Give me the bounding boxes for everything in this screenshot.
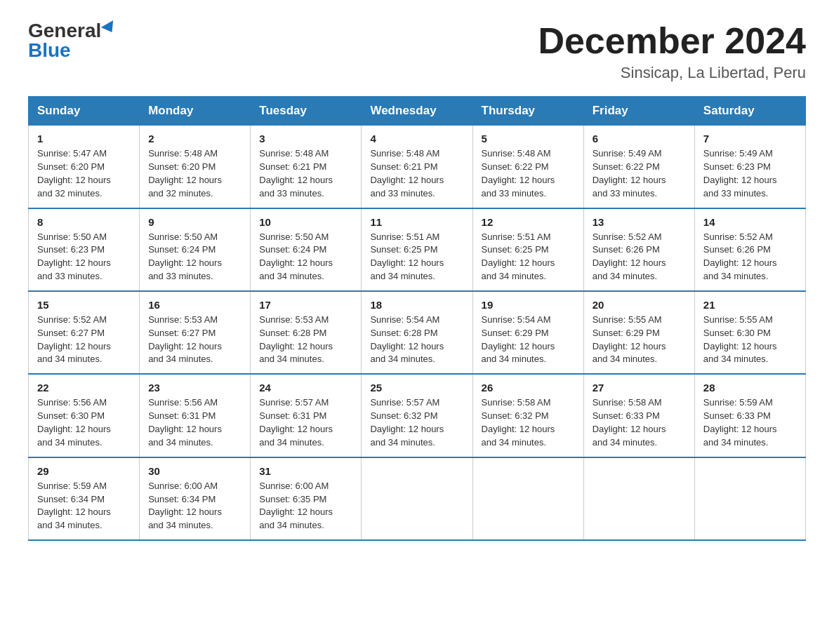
day-info: Sunrise: 5:57 AM Sunset: 6:32 PM Dayligh… — [370, 396, 463, 449]
calendar-cell: 29Sunrise: 5:59 AM Sunset: 6:34 PM Dayli… — [29, 457, 140, 540]
day-number: 4 — [370, 133, 463, 145]
calendar-cell: 11Sunrise: 5:51 AM Sunset: 6:25 PM Dayli… — [362, 208, 472, 291]
page-header: General Blue December 2024 Sinsicap, La … — [28, 21, 806, 82]
calendar-cell: 10Sunrise: 5:50 AM Sunset: 6:24 PM Dayli… — [251, 208, 362, 291]
day-number: 20 — [593, 299, 686, 311]
calendar-cell: 9Sunrise: 5:50 AM Sunset: 6:24 PM Daylig… — [140, 208, 251, 291]
calendar-cell: 20Sunrise: 5:55 AM Sunset: 6:29 PM Dayli… — [583, 291, 694, 374]
day-number: 31 — [259, 465, 352, 477]
day-info: Sunrise: 5:59 AM Sunset: 6:34 PM Dayligh… — [37, 480, 131, 532]
calendar-cell: 30Sunrise: 6:00 AM Sunset: 6:34 PM Dayli… — [140, 457, 251, 540]
calendar-cell: 15Sunrise: 5:52 AM Sunset: 6:27 PM Dayli… — [29, 291, 140, 374]
calendar-cell: 13Sunrise: 5:52 AM Sunset: 6:26 PM Dayli… — [583, 208, 694, 291]
day-info: Sunrise: 5:52 AM Sunset: 6:27 PM Dayligh… — [37, 314, 131, 366]
day-info: Sunrise: 5:55 AM Sunset: 6:30 PM Dayligh… — [703, 314, 797, 366]
calendar-cell: 7Sunrise: 5:49 AM Sunset: 6:23 PM Daylig… — [694, 126, 805, 208]
day-number: 8 — [37, 216, 131, 228]
calendar-cell: 24Sunrise: 5:57 AM Sunset: 6:31 PM Dayli… — [251, 374, 362, 457]
calendar-cell — [583, 457, 694, 540]
day-number: 24 — [259, 382, 352, 394]
day-info: Sunrise: 5:54 AM Sunset: 6:28 PM Dayligh… — [370, 314, 463, 366]
calendar-cell: 31Sunrise: 6:00 AM Sunset: 6:35 PM Dayli… — [251, 457, 362, 540]
day-info: Sunrise: 5:48 AM Sunset: 6:22 PM Dayligh… — [482, 147, 575, 200]
header-tuesday: Tuesday — [251, 97, 362, 126]
day-number: 23 — [148, 382, 241, 394]
calendar-cell: 5Sunrise: 5:48 AM Sunset: 6:22 PM Daylig… — [472, 126, 583, 208]
day-number: 1 — [37, 133, 131, 145]
header-wednesday: Wednesday — [362, 97, 472, 126]
day-info: Sunrise: 5:53 AM Sunset: 6:27 PM Dayligh… — [148, 314, 241, 366]
day-number: 27 — [593, 382, 686, 394]
day-info: Sunrise: 5:52 AM Sunset: 6:26 PM Dayligh… — [703, 231, 797, 283]
day-number: 16 — [148, 299, 241, 311]
day-number: 29 — [37, 465, 131, 477]
header-sunday: Sunday — [29, 97, 140, 126]
day-info: Sunrise: 5:49 AM Sunset: 6:22 PM Dayligh… — [593, 147, 686, 200]
calendar-cell: 16Sunrise: 5:53 AM Sunset: 6:27 PM Dayli… — [140, 291, 251, 374]
day-info: Sunrise: 5:51 AM Sunset: 6:25 PM Dayligh… — [370, 231, 463, 283]
calendar-cell: 12Sunrise: 5:51 AM Sunset: 6:25 PM Dayli… — [472, 208, 583, 291]
header-row: SundayMondayTuesdayWednesdayThursdayFrid… — [29, 97, 806, 126]
calendar-cell: 3Sunrise: 5:48 AM Sunset: 6:21 PM Daylig… — [251, 126, 362, 208]
calendar-cell: 2Sunrise: 5:48 AM Sunset: 6:20 PM Daylig… — [140, 126, 251, 208]
day-info: Sunrise: 5:50 AM Sunset: 6:24 PM Dayligh… — [259, 231, 352, 283]
day-info: Sunrise: 5:57 AM Sunset: 6:31 PM Dayligh… — [259, 396, 352, 449]
day-info: Sunrise: 5:49 AM Sunset: 6:23 PM Dayligh… — [703, 147, 797, 200]
calendar-cell: 26Sunrise: 5:58 AM Sunset: 6:32 PM Dayli… — [472, 374, 583, 457]
calendar-cell: 19Sunrise: 5:54 AM Sunset: 6:29 PM Dayli… — [472, 291, 583, 374]
day-number: 12 — [482, 216, 575, 228]
calendar-cell: 17Sunrise: 5:53 AM Sunset: 6:28 PM Dayli… — [251, 291, 362, 374]
calendar-cell: 6Sunrise: 5:49 AM Sunset: 6:22 PM Daylig… — [583, 126, 694, 208]
calendar-cell — [694, 457, 805, 540]
calendar-table: SundayMondayTuesdayWednesdayThursdayFrid… — [28, 96, 806, 541]
calendar-cell: 18Sunrise: 5:54 AM Sunset: 6:28 PM Dayli… — [362, 291, 472, 374]
day-number: 18 — [370, 299, 463, 311]
week-row-2: 8Sunrise: 5:50 AM Sunset: 6:23 PM Daylig… — [29, 208, 806, 291]
logo-general-text: General — [28, 21, 101, 41]
day-info: Sunrise: 5:51 AM Sunset: 6:25 PM Dayligh… — [482, 231, 575, 283]
day-info: Sunrise: 5:48 AM Sunset: 6:20 PM Dayligh… — [148, 147, 241, 200]
day-info: Sunrise: 5:58 AM Sunset: 6:33 PM Dayligh… — [593, 396, 686, 449]
header-thursday: Thursday — [472, 97, 583, 126]
day-info: Sunrise: 5:56 AM Sunset: 6:31 PM Dayligh… — [148, 396, 241, 449]
location-subtitle: Sinsicap, La Libertad, Peru — [538, 64, 806, 82]
day-number: 3 — [259, 133, 352, 145]
calendar-cell: 14Sunrise: 5:52 AM Sunset: 6:26 PM Dayli… — [694, 208, 805, 291]
day-info: Sunrise: 5:52 AM Sunset: 6:26 PM Dayligh… — [593, 231, 686, 283]
day-info: Sunrise: 5:48 AM Sunset: 6:21 PM Dayligh… — [370, 147, 463, 200]
day-number: 7 — [703, 133, 797, 145]
day-number: 10 — [259, 216, 352, 228]
header-friday: Friday — [583, 97, 694, 126]
calendar-cell: 28Sunrise: 5:59 AM Sunset: 6:33 PM Dayli… — [694, 374, 805, 457]
day-number: 28 — [703, 382, 797, 394]
week-row-1: 1Sunrise: 5:47 AM Sunset: 6:20 PM Daylig… — [29, 126, 806, 208]
month-title: December 2024 — [538, 21, 806, 61]
day-number: 5 — [482, 133, 575, 145]
title-section: December 2024 Sinsicap, La Libertad, Per… — [538, 21, 806, 82]
calendar-cell — [472, 457, 583, 540]
day-info: Sunrise: 5:58 AM Sunset: 6:32 PM Dayligh… — [482, 396, 575, 449]
day-number: 13 — [593, 216, 686, 228]
day-number: 15 — [37, 299, 131, 311]
logo: General Blue — [28, 21, 117, 60]
day-number: 2 — [148, 133, 241, 145]
calendar-cell: 23Sunrise: 5:56 AM Sunset: 6:31 PM Dayli… — [140, 374, 251, 457]
calendar-cell: 27Sunrise: 5:58 AM Sunset: 6:33 PM Dayli… — [583, 374, 694, 457]
day-number: 26 — [482, 382, 575, 394]
logo-triangle-icon — [101, 20, 118, 36]
day-number: 11 — [370, 216, 463, 228]
day-info: Sunrise: 5:47 AM Sunset: 6:20 PM Dayligh… — [37, 147, 131, 200]
calendar-cell: 25Sunrise: 5:57 AM Sunset: 6:32 PM Dayli… — [362, 374, 472, 457]
header-monday: Monday — [140, 97, 251, 126]
week-row-4: 22Sunrise: 5:56 AM Sunset: 6:30 PM Dayli… — [29, 374, 806, 457]
day-number: 6 — [593, 133, 686, 145]
day-info: Sunrise: 5:50 AM Sunset: 6:24 PM Dayligh… — [148, 231, 241, 283]
day-info: Sunrise: 6:00 AM Sunset: 6:34 PM Dayligh… — [148, 480, 241, 532]
day-number: 9 — [148, 216, 241, 228]
calendar-cell: 22Sunrise: 5:56 AM Sunset: 6:30 PM Dayli… — [29, 374, 140, 457]
calendar-cell: 21Sunrise: 5:55 AM Sunset: 6:30 PM Dayli… — [694, 291, 805, 374]
week-row-3: 15Sunrise: 5:52 AM Sunset: 6:27 PM Dayli… — [29, 291, 806, 374]
day-info: Sunrise: 5:50 AM Sunset: 6:23 PM Dayligh… — [37, 231, 131, 283]
calendar-cell — [362, 457, 472, 540]
day-info: Sunrise: 5:59 AM Sunset: 6:33 PM Dayligh… — [703, 396, 797, 449]
